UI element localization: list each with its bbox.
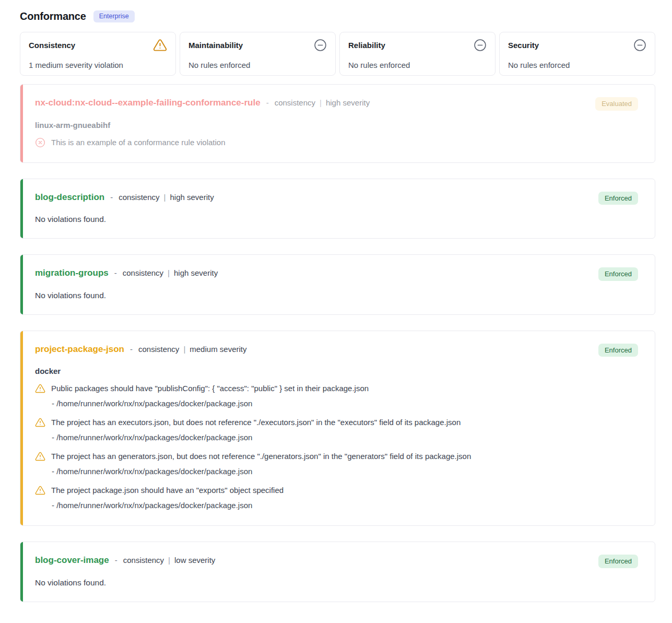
summary-card-top: Consistency <box>29 37 167 53</box>
rule-severity: medium severity <box>190 345 246 354</box>
summary-card-title: Consistency <box>29 41 75 50</box>
x-circle-icon <box>35 137 45 148</box>
minus-circle-icon <box>633 39 646 52</box>
rule-head: project-package-json - consistency|mediu… <box>35 343 638 357</box>
violation-location: - /home/runner/work/nx/nx/packages/docke… <box>52 466 638 477</box>
rule-content: migration-groups - consistency|high seve… <box>35 267 638 300</box>
no-violations-text: No violations found. <box>35 291 638 300</box>
dash-separator: - <box>114 268 117 277</box>
rule-category: consistency <box>138 345 179 354</box>
rule-content: blog-description - consistency|high seve… <box>35 191 638 225</box>
severity-accent-bar <box>20 331 23 526</box>
violation-row: The project has an executors.json, but d… <box>35 417 638 428</box>
severity-accent-bar <box>20 255 23 314</box>
rule-content: blog-cover-image - consistency|low sever… <box>35 554 638 587</box>
status-badge: Enforced <box>598 555 638 568</box>
warning-triangle-icon <box>35 383 45 394</box>
rule-title-link[interactable]: nx-cloud:nx-cloud--example-failing-confo… <box>35 97 261 109</box>
rule-severity: high severity <box>170 193 214 202</box>
violation-row: The project has an generators.json, but … <box>35 451 638 462</box>
rule-severity: high severity <box>174 268 218 277</box>
severity-accent-bar <box>20 179 23 239</box>
rule-content: nx-cloud:nx-cloud--example-failing-confo… <box>35 97 638 148</box>
summary-card-maintainability[interactable]: Maintainability No rules enforced <box>180 32 336 76</box>
summary-card-consistency[interactable]: Consistency 1 medium severity violation <box>20 32 176 76</box>
warning-triangle-icon <box>35 417 45 428</box>
rule-head: migration-groups - consistency|high seve… <box>35 267 638 281</box>
summary-card-reliability[interactable]: Reliability No rules enforced <box>339 32 496 76</box>
no-violations-text: No violations found. <box>35 215 638 224</box>
violation-message: Public packages should have "publishConf… <box>51 383 369 394</box>
rule-meta: consistency|high severity <box>119 193 214 202</box>
violation-message: The project package.json should have an … <box>51 485 284 496</box>
violation-row: This is an example of a conformance rule… <box>35 137 638 148</box>
violation-message: The project has an generators.json, but … <box>51 451 471 462</box>
page-header: Conformance Enterprise <box>20 10 655 22</box>
rule-content: project-package-json - consistency|mediu… <box>35 343 638 512</box>
minus-circle-icon <box>314 39 327 52</box>
summary-card-title: Maintainability <box>188 41 243 50</box>
status-badge: Evaluated <box>595 97 638 111</box>
rule-title-row: project-package-json - consistency|mediu… <box>35 343 246 356</box>
rule-title-link[interactable]: blog-description <box>35 191 104 204</box>
rule-meta: consistency|medium severity <box>138 345 246 354</box>
dash-separator: - <box>115 556 117 565</box>
summary-card-top: Security <box>508 37 646 53</box>
rule-meta: consistency|high severity <box>123 268 218 277</box>
rule-title-row: nx-cloud:nx-cloud--example-failing-confo… <box>35 97 370 109</box>
dash-separator: - <box>266 98 269 107</box>
severity-accent-bar <box>20 542 23 602</box>
violation-message: This is an example of a conformance rule… <box>51 137 226 148</box>
status-badge: Enforced <box>598 344 638 357</box>
status-badge: Enforced <box>598 267 638 281</box>
rule-category: consistency <box>275 98 315 107</box>
rule-card-example-failing: nx-cloud:nx-cloud--example-failing-confo… <box>20 84 655 163</box>
pipe-separator: | <box>164 193 166 202</box>
violation-message: The project has an executors.json, but d… <box>51 417 461 428</box>
rule-card-migration-groups: migration-groups - consistency|high seve… <box>20 254 655 315</box>
pipe-separator: | <box>320 98 322 107</box>
rule-meta: consistency|high severity <box>275 98 370 107</box>
dash-separator: - <box>110 193 113 202</box>
violation-location: - /home/runner/work/nx/nx/packages/docke… <box>52 398 638 409</box>
summary-card-subtitle: No rules enforced <box>348 61 487 69</box>
rule-title-row: migration-groups - consistency|high seve… <box>35 267 218 279</box>
rule-card-blog-cover-image: blog-cover-image - consistency|low sever… <box>20 542 655 602</box>
rule-title-row: blog-cover-image - consistency|low sever… <box>35 554 215 567</box>
minus-circle-icon <box>474 39 487 52</box>
rule-category: consistency <box>119 193 159 202</box>
rule-head: blog-description - consistency|high seve… <box>35 191 638 205</box>
rule-category: consistency <box>123 556 164 565</box>
project-name: linux-arm-gnueabihf <box>35 121 638 130</box>
pipe-separator: | <box>168 268 170 277</box>
pipe-separator: | <box>168 556 170 565</box>
rule-title-link[interactable]: blog-cover-image <box>35 554 109 567</box>
severity-accent-bar <box>20 85 23 162</box>
warning-triangle-icon <box>35 485 45 496</box>
summary-card-subtitle: No rules enforced <box>508 61 646 69</box>
summary-card-subtitle: 1 medium severity violation <box>29 61 167 69</box>
rule-category: consistency <box>123 268 163 277</box>
rule-head: blog-cover-image - consistency|low sever… <box>35 554 638 568</box>
page-title: Conformance <box>20 10 86 22</box>
summary-card-title: Security <box>508 41 539 50</box>
rule-card-project-package-json: project-package-json - consistency|mediu… <box>20 331 655 526</box>
summary-card-security[interactable]: Security No rules enforced <box>499 32 655 76</box>
violation-row: Public packages should have "publishConf… <box>35 383 638 394</box>
pipe-separator: | <box>183 345 185 354</box>
rule-title-link[interactable]: migration-groups <box>35 267 109 279</box>
violation-row: The project package.json should have an … <box>35 485 638 496</box>
warning-triangle-icon <box>35 451 45 462</box>
status-badge: Enforced <box>598 192 638 205</box>
rule-meta: consistency|low severity <box>123 556 216 565</box>
summary-card-subtitle: No rules enforced <box>188 61 327 69</box>
rule-severity: high severity <box>326 98 370 107</box>
rule-title-row: blog-description - consistency|high seve… <box>35 191 214 204</box>
rule-title-link[interactable]: project-package-json <box>35 343 124 356</box>
warning-triangle-icon <box>153 38 167 52</box>
rule-head: nx-cloud:nx-cloud--example-failing-confo… <box>35 97 638 111</box>
summary-card-top: Maintainability <box>188 37 327 53</box>
summary-card-top: Reliability <box>348 37 487 53</box>
project-name: docker <box>35 367 638 375</box>
enterprise-badge: Enterprise <box>93 10 135 22</box>
